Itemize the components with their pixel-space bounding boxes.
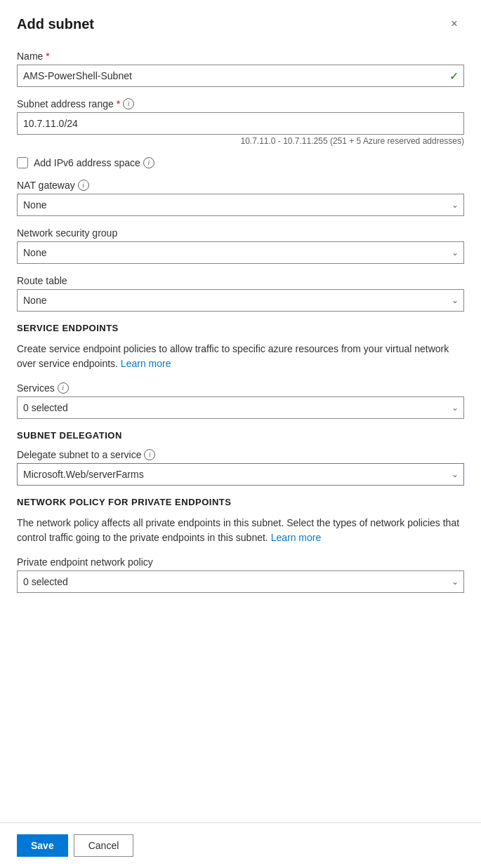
cancel-button[interactable]: Cancel (74, 834, 134, 857)
panel-title: Add subnet (17, 16, 94, 32)
services-group: Services i 0 selected ⌄ (17, 382, 464, 419)
panel-body: Name * ✓ Subnet address range * i 10.7.1… (0, 45, 481, 822)
services-select-wrapper: 0 selected ⌄ (17, 396, 464, 419)
network-policy-description: The network policy affects all private e… (17, 516, 464, 545)
route-table-select-wrapper: None ⌄ (17, 289, 464, 312)
services-label: Services i (17, 382, 464, 394)
nsg-group: Network security group None ⌄ (17, 227, 464, 264)
route-table-select[interactable]: None (17, 289, 464, 312)
nsg-select[interactable]: None (17, 241, 464, 264)
delegate-info-icon[interactable]: i (144, 449, 155, 460)
nat-gateway-group: NAT gateway i None ⌄ (17, 180, 464, 216)
private-endpoint-policy-group: Private endpoint network policy 0 select… (17, 556, 464, 593)
subnet-address-group: Subnet address range * i 10.7.11.0 - 10.… (17, 98, 464, 146)
name-label: Name * (17, 51, 464, 62)
route-table-label: Route table (17, 275, 464, 286)
nat-gateway-label: NAT gateway i (17, 180, 464, 191)
panel-header: Add subnet × (0, 0, 481, 45)
network-policy-learn-more[interactable]: Learn more (271, 532, 322, 543)
delegate-label: Delegate subnet to a service i (17, 449, 464, 460)
subnet-address-info-icon[interactable]: i (123, 98, 134, 109)
name-required: * (46, 51, 49, 62)
nsg-label: Network security group (17, 227, 464, 239)
subnet-address-required: * (117, 98, 120, 109)
ipv6-info-icon[interactable]: i (143, 157, 154, 168)
subnet-address-label: Subnet address range * i (17, 98, 464, 109)
services-select[interactable]: 0 selected (17, 396, 464, 419)
service-endpoints-learn-more[interactable]: Learn more (121, 358, 171, 369)
checkmark-icon: ✓ (449, 69, 459, 83)
service-endpoints-description: Create service endpoint policies to allo… (17, 342, 464, 371)
delegate-select[interactable]: Microsoft.Web/serverFarms (17, 463, 464, 486)
subnet-address-hint: 10.7.11.0 - 10.7.11.255 (251 + 5 Azure r… (17, 136, 464, 146)
name-input[interactable] (17, 65, 464, 87)
nsg-select-wrapper: None ⌄ (17, 241, 464, 264)
subnet-address-input[interactable] (17, 112, 464, 135)
private-endpoint-policy-select-wrapper: 0 selected ⌄ (17, 570, 464, 593)
private-endpoint-policy-select[interactable]: 0 selected (17, 570, 464, 593)
network-policy-heading: NETWORK POLICY FOR PRIVATE ENDPOINTS (17, 497, 464, 507)
name-input-wrapper: ✓ (17, 65, 464, 87)
ipv6-group: Add IPv6 address space i (17, 157, 464, 168)
delegate-select-wrapper: Microsoft.Web/serverFarms ⌄ (17, 463, 464, 486)
private-endpoint-policy-label: Private endpoint network policy (17, 556, 464, 568)
network-policy-section: NETWORK POLICY FOR PRIVATE ENDPOINTS The… (17, 497, 464, 593)
service-endpoints-heading: SERVICE ENDPOINTS (17, 323, 464, 333)
nat-gateway-select[interactable]: None (17, 194, 464, 216)
subnet-delegation-heading: SUBNET DELEGATION (17, 430, 464, 441)
close-button[interactable]: × (444, 14, 464, 34)
nat-gateway-select-wrapper: None ⌄ (17, 194, 464, 216)
close-icon: × (451, 18, 457, 30)
save-button[interactable]: Save (17, 834, 68, 857)
add-subnet-panel: Add subnet × Name * ✓ Subnet address ran… (0, 0, 481, 868)
route-table-group: Route table None ⌄ (17, 275, 464, 312)
ipv6-label: Add IPv6 address space i (34, 157, 154, 168)
nat-gateway-info-icon[interactable]: i (78, 180, 89, 191)
name-group: Name * ✓ (17, 51, 464, 87)
services-info-icon[interactable]: i (58, 382, 69, 394)
service-endpoints-section: SERVICE ENDPOINTS Create service endpoin… (17, 323, 464, 419)
ipv6-checkbox[interactable] (17, 157, 28, 168)
delegate-group: Delegate subnet to a service i Microsoft… (17, 449, 464, 486)
subnet-delegation-section: SUBNET DELEGATION Delegate subnet to a s… (17, 430, 464, 486)
panel-footer: Save Cancel (0, 822, 481, 868)
